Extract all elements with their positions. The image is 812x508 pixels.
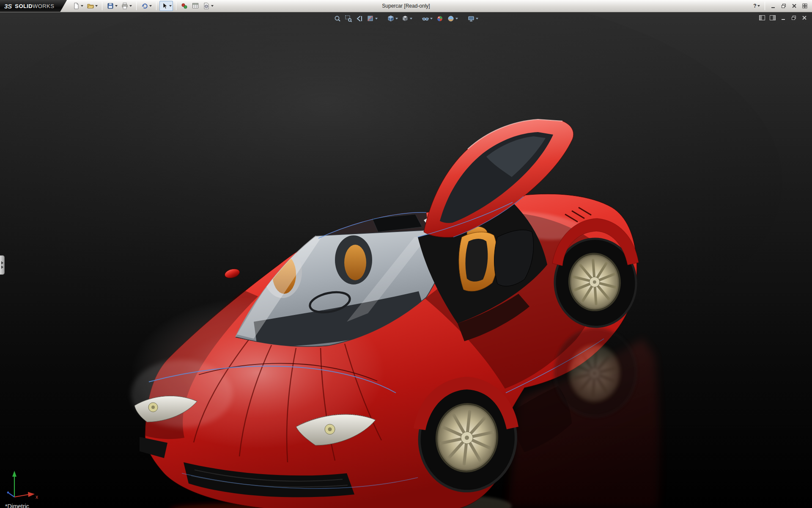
- brand-name: SOLIDWORKS: [15, 3, 54, 9]
- open-folder-icon: [87, 2, 94, 10]
- table-icon: [192, 2, 199, 10]
- display-style-icon: [401, 15, 409, 22]
- dropdown-caret: [129, 5, 132, 7]
- passenger-seat: [344, 245, 366, 280]
- view-orientation-button[interactable]: [386, 14, 399, 23]
- minimize-button[interactable]: [768, 2, 778, 10]
- collapsed-panel-tab[interactable]: [0, 255, 5, 275]
- dropdown-caret: [81, 5, 83, 7]
- zoom-to-area-button[interactable]: [343, 14, 354, 23]
- dropdown-caret: [476, 18, 478, 19]
- view-orientation-cube-icon: [387, 15, 395, 22]
- restore-document-button[interactable]: [790, 14, 798, 22]
- heads-up-view-toolbar: [332, 14, 480, 23]
- restore-document-icon: [791, 15, 797, 21]
- bucket-seat-orange[interactable]: [459, 226, 498, 291]
- z-axis: [9, 493, 14, 497]
- edit-appearance-scene-button[interactable]: [435, 14, 445, 23]
- y-axis-arrow: [12, 471, 16, 477]
- dropdown-caret: [395, 18, 398, 19]
- previous-view-icon: [356, 15, 363, 22]
- tile-windows-icon: [802, 3, 808, 9]
- close-button[interactable]: [790, 2, 799, 10]
- close-icon: [791, 3, 797, 9]
- zoom-to-fit-icon: [334, 15, 341, 22]
- dropdown-caret: [375, 18, 378, 19]
- main-toolbar: [71, 1, 215, 11]
- minimize-document-button[interactable]: [779, 14, 787, 22]
- 3ds-logo-icon: 3S: [4, 3, 12, 10]
- section-view-icon: [367, 15, 374, 22]
- dropdown-caret: [169, 5, 172, 7]
- save-button[interactable]: [105, 1, 119, 11]
- dropdown-caret: [211, 5, 214, 7]
- apply-scene-icon: [447, 15, 455, 22]
- new-document-button[interactable]: [71, 1, 85, 11]
- undo-button[interactable]: [140, 1, 153, 11]
- dropdown-caret: [95, 5, 98, 7]
- reference-triad: x: [3, 467, 42, 503]
- new-document-icon: [72, 2, 80, 10]
- view-settings-icon: [467, 15, 475, 22]
- split-pane-left-icon: [759, 15, 765, 21]
- close-document-icon: [801, 15, 807, 21]
- help-icon: ?: [753, 3, 756, 9]
- toolbar-separator: [765, 2, 765, 10]
- appearance-colors-icon: [181, 2, 188, 10]
- dropdown-caret: [410, 18, 412, 19]
- edit-appearance-ball-icon: [436, 15, 444, 22]
- print-icon: [121, 2, 129, 10]
- graphics-viewport[interactable]: x *Dimetric: [0, 12, 812, 508]
- toolbar-separator: [156, 2, 156, 10]
- restore-icon: [781, 3, 787, 9]
- toolbar-separator: [102, 2, 102, 10]
- print-button[interactable]: [120, 1, 133, 11]
- view-orientation-label: *Dimetric: [5, 503, 29, 508]
- split-pane-right-icon: [769, 15, 776, 21]
- help-button[interactable]: ?: [752, 2, 761, 10]
- section-view-button[interactable]: [365, 14, 379, 23]
- hide-show-items-button[interactable]: [420, 14, 434, 23]
- options-button[interactable]: [201, 1, 215, 11]
- select-tool-button[interactable]: [159, 1, 173, 11]
- view-settings-button[interactable]: [466, 14, 480, 23]
- toolbar-separator: [176, 2, 176, 10]
- zoom-to-area-icon: [345, 15, 352, 22]
- minimize-icon: [770, 3, 776, 9]
- solidworks-logo: 3S SOLIDWORKS: [0, 0, 67, 12]
- edit-appearance-button[interactable]: [179, 1, 189, 11]
- title-bar: 3S SOLIDWORKS: [0, 0, 812, 12]
- zoom-to-fit-button[interactable]: [332, 14, 343, 23]
- expand-chevron-icon: [1, 261, 3, 265]
- tile-windows-button[interactable]: [800, 2, 809, 10]
- x-axis-arrow: [28, 492, 35, 497]
- design-table-button[interactable]: [190, 1, 200, 11]
- open-button[interactable]: [85, 1, 99, 11]
- toolbar-separator: [136, 2, 137, 10]
- viewport-canvas[interactable]: [0, 12, 812, 508]
- x-axis-label: x: [36, 494, 38, 500]
- window-controls: ?: [752, 2, 812, 10]
- dropdown-caret: [455, 18, 458, 19]
- save-icon: [107, 2, 114, 10]
- apply-scene-button[interactable]: [446, 14, 459, 23]
- dropdown-caret: [757, 5, 760, 7]
- select-arrow-icon: [161, 2, 168, 10]
- display-style-button[interactable]: [400, 14, 414, 23]
- split-pane-right-button[interactable]: [768, 14, 777, 22]
- dropdown-caret: [430, 18, 433, 19]
- restore-button[interactable]: [779, 2, 788, 10]
- previous-view-button[interactable]: [354, 14, 365, 23]
- hide-show-glasses-icon: [422, 15, 429, 22]
- close-document-button[interactable]: [800, 14, 809, 22]
- expand-chevron-icon: [1, 265, 3, 269]
- document-title: Supercar [Read-only]: [382, 3, 430, 9]
- document-window-controls: [758, 14, 809, 22]
- undo-icon: [141, 2, 148, 10]
- split-pane-left-button[interactable]: [758, 14, 766, 22]
- dropdown-caret: [149, 5, 152, 7]
- options-sheet-icon: [203, 2, 210, 10]
- minimize-document-icon: [780, 15, 786, 21]
- dropdown-caret: [115, 5, 118, 7]
